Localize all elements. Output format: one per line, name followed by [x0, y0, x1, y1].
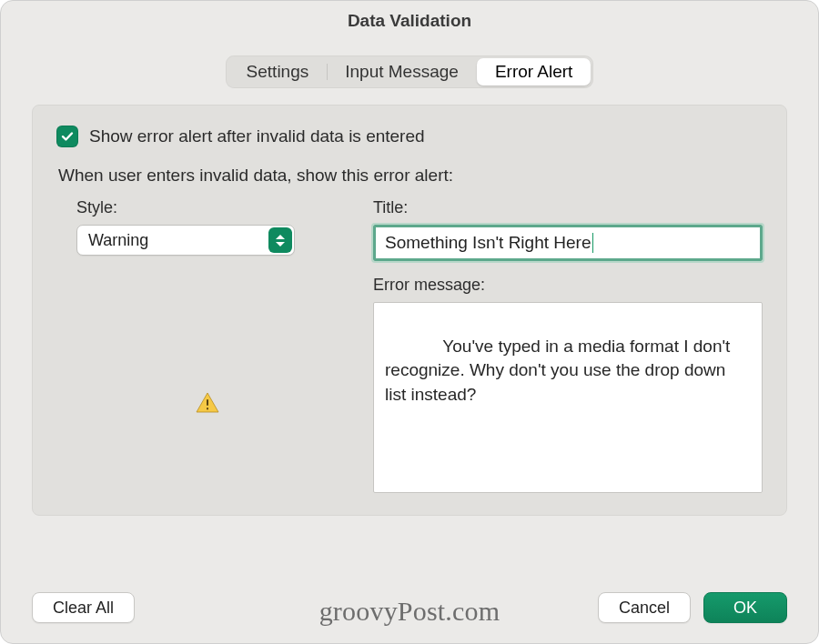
show-error-alert-label: Show error alert after invalid data is e…	[89, 126, 425, 146]
tab-label: Input Message	[345, 62, 459, 81]
warning-icon	[196, 392, 219, 414]
tab-input-message[interactable]: Input Message	[327, 58, 477, 86]
tab-settings[interactable]: Settings	[228, 58, 328, 86]
title-input[interactable]: Something Isn't Right Here	[373, 225, 763, 261]
style-preview	[76, 392, 339, 414]
button-label: Clear All	[53, 599, 114, 618]
error-alert-panel: Show error alert after invalid data is e…	[32, 105, 787, 516]
text-caret	[592, 233, 593, 253]
right-column: Title: Something Isn't Right Here Error …	[373, 198, 763, 493]
show-error-alert-row: Show error alert after invalid data is e…	[56, 126, 763, 147]
error-message-label: Error message:	[373, 276, 763, 295]
style-select-value: Warning	[88, 231, 148, 250]
checkmark-icon	[60, 129, 75, 144]
error-alert-prompt: When user enters invalid data, show this…	[58, 166, 763, 186]
fields-columns: Style: Warning	[56, 198, 763, 493]
error-message-value: You've typed in a media format I don't r…	[385, 337, 735, 404]
title-label: Title:	[373, 198, 763, 217]
show-error-alert-checkbox[interactable]	[56, 126, 78, 147]
tabs: Settings Input Message Error Alert	[226, 55, 594, 88]
data-validation-dialog: Data Validation Settings Input Message E…	[0, 0, 819, 644]
style-select[interactable]: Warning	[76, 225, 295, 256]
svg-rect-0	[207, 399, 208, 406]
tab-label: Settings	[247, 62, 309, 81]
style-label: Style:	[76, 198, 339, 217]
button-label: OK	[733, 599, 757, 618]
svg-rect-1	[207, 408, 208, 409]
dialog-title-text: Data Validation	[348, 11, 471, 31]
cancel-button[interactable]: Cancel	[598, 592, 691, 623]
dialog-body: Settings Input Message Error Alert Show …	[1, 41, 818, 516]
ok-button[interactable]: OK	[703, 592, 787, 623]
button-label: Cancel	[619, 599, 670, 618]
tab-error-alert[interactable]: Error Alert	[477, 58, 592, 86]
dialog-footer: Clear All Cancel OK	[32, 592, 787, 623]
select-stepper-icon	[268, 227, 292, 253]
tabs-container: Settings Input Message Error Alert	[32, 55, 787, 88]
clear-all-button[interactable]: Clear All	[32, 592, 135, 623]
tab-label: Error Alert	[495, 62, 573, 81]
error-message-textarea[interactable]: You've typed in a media format I don't r…	[373, 302, 763, 493]
left-column: Style: Warning	[56, 198, 339, 493]
title-input-value: Something Isn't Right Here	[385, 233, 591, 253]
dialog-title: Data Validation	[1, 1, 818, 41]
